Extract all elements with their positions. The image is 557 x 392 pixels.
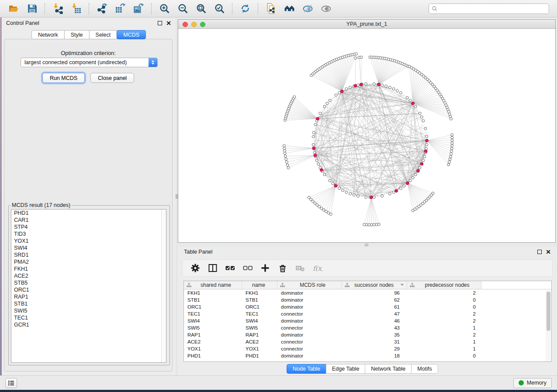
mcds-result-item[interactable]: SRD1 <box>11 251 166 258</box>
show-all-button[interactable] <box>318 2 333 16</box>
export-image-button[interactable] <box>131 2 146 16</box>
network-graph[interactable] <box>178 29 555 242</box>
mcds-result-item[interactable]: CAR1 <box>11 217 166 224</box>
mcds-result-item[interactable]: SWI4 <box>11 244 166 251</box>
column-label: successor nodes <box>350 282 400 288</box>
tab-mcds[interactable]: MCDS <box>117 30 146 39</box>
memory-button[interactable]: Memory <box>513 378 552 388</box>
zoom-selected-region-button[interactable] <box>212 2 227 16</box>
add-column-icon <box>260 263 270 273</box>
tab-node-table[interactable]: Node Table <box>287 364 326 374</box>
mcds-result-item[interactable]: FKH1 <box>11 265 166 272</box>
table-row[interactable]: PHD1PHD1dominator180 <box>184 352 551 359</box>
svg-text:f(x): f(x) <box>313 265 323 272</box>
table-row[interactable]: SWI5SWI5connector431 <box>184 324 551 331</box>
mcds-result-item[interactable]: PHD1 <box>11 210 166 217</box>
table-options-button[interactable] <box>188 261 203 275</box>
cell-predecessor-nodes: 0 <box>407 304 481 309</box>
show-column-panel-button[interactable] <box>205 261 220 275</box>
tab-style[interactable]: Style <box>64 30 90 39</box>
cell-name: RAP1 <box>242 332 277 337</box>
control-panel-header: Control Panel ✕ <box>2 18 176 28</box>
column-header-predecessor-nodes[interactable]: predecessor nodes <box>407 281 481 289</box>
table-scrollbar[interactable] <box>546 290 551 361</box>
close-panel-icon[interactable]: ✕ <box>166 21 171 25</box>
mcds-result-item[interactable]: TEC1 <box>11 314 166 321</box>
table-row[interactable]: ORC1ORC1dominator610 <box>184 303 551 310</box>
cell-mcds-role: dominator <box>277 304 342 309</box>
show-panels-button[interactable] <box>5 378 17 388</box>
mcds-result-item[interactable]: STB5 <box>11 279 166 286</box>
delete-columns-button[interactable] <box>275 261 290 275</box>
export-image-icon <box>133 3 144 14</box>
optimization-criterion-label: Optimization criterion: <box>4 50 172 56</box>
horizontal-splitter[interactable] <box>178 243 557 247</box>
network-window-title: YPA_prune.txt_1 <box>346 21 387 27</box>
tab-motifs[interactable]: Motifs <box>411 364 438 374</box>
column-header-name[interactable]: name <box>242 281 277 289</box>
tab-select[interactable]: Select <box>89 30 118 39</box>
cell-successor-nodes: 18 <box>342 353 407 358</box>
close-window-icon[interactable] <box>183 22 188 27</box>
tab-edge-table[interactable]: Edge Table <box>326 364 365 374</box>
zoom-in-icon <box>159 3 170 14</box>
cell-predecessor-nodes: 1 <box>407 346 481 351</box>
float-panel-icon[interactable] <box>158 21 162 25</box>
column-header-successor-nodes[interactable]: successor nodes <box>342 281 407 289</box>
zoom-out-button[interactable] <box>175 2 190 16</box>
mcds-result-item[interactable]: STB1 <box>11 300 166 307</box>
mcds-result-item[interactable]: GCR1 <box>11 321 166 328</box>
apply-layout-button[interactable] <box>238 2 253 16</box>
run-mcds-button[interactable]: Run MCDS <box>42 73 85 83</box>
save-session-button[interactable] <box>24 2 39 16</box>
tab-network-table[interactable]: Network Table <box>365 364 412 374</box>
zoom-fit-content-button[interactable] <box>194 2 208 16</box>
table-row[interactable]: RAP1RAP1dominator352 <box>184 331 551 338</box>
table-row[interactable]: SWI4SWI4dominator462 <box>184 317 551 324</box>
hide-selected-button[interactable] <box>300 2 315 16</box>
table-row[interactable]: FKH1FKH1dominator962 <box>184 289 551 296</box>
mcds-result-item[interactable]: RAP1 <box>11 293 166 300</box>
table-row[interactable]: ACE2ACE2connector311 <box>184 338 551 345</box>
close-panel-button[interactable]: Close panel <box>90 73 134 83</box>
column-header-shared-name[interactable]: shared name <box>184 281 242 289</box>
create-new-column-button[interactable] <box>258 261 273 275</box>
splitter-grip[interactable] <box>365 244 368 246</box>
export-network-button[interactable] <box>94 2 109 16</box>
criterion-selected-value: largest connected component (undirected) <box>21 59 149 65</box>
zoom-in-button[interactable] <box>157 2 172 16</box>
cell-name: YOX1 <box>242 346 277 351</box>
tab-network[interactable]: Network <box>31 30 65 39</box>
import-table-from-file-button[interactable] <box>69 2 83 16</box>
maximize-window-icon[interactable] <box>200 22 205 27</box>
cell-mcds-role: connector <box>277 339 342 344</box>
import-network-from-file-button[interactable] <box>50 2 65 16</box>
first-neighbors-button[interactable] <box>282 2 297 16</box>
mcds-result-item[interactable]: ACE2 <box>11 272 166 279</box>
mcds-result-item[interactable]: ORC1 <box>11 286 166 293</box>
criterion-select[interactable]: largest connected component (undirected) <box>21 58 158 67</box>
close-panel-icon[interactable]: ✕ <box>546 250 551 254</box>
mcds-result-item[interactable]: PMA2 <box>11 258 166 265</box>
table-row[interactable]: TEC1TEC1connector472 <box>184 310 551 317</box>
column-header-MCDS-role[interactable]: MCDS role <box>277 281 342 289</box>
scrollbar-thumb[interactable] <box>547 292 550 331</box>
select-all-rows-button[interactable] <box>223 261 238 275</box>
cell-mcds-role: dominator <box>277 290 342 296</box>
deselect-all-rows-button[interactable] <box>240 261 255 275</box>
cell-successor-nodes: 96 <box>342 290 407 296</box>
mcds-result-item[interactable]: TID3 <box>11 230 166 237</box>
mcds-result-item[interactable]: SWI5 <box>11 307 166 314</box>
table-row[interactable]: YOX1YOX1connector291 <box>184 345 551 352</box>
float-panel-icon[interactable] <box>537 250 542 254</box>
new-network-from-selection-button[interactable] <box>263 2 278 16</box>
mcds-result-item[interactable]: STP4 <box>11 224 166 230</box>
table-row[interactable]: STB1STB1dominator620 <box>184 296 551 303</box>
minimize-window-icon[interactable] <box>191 22 197 27</box>
mcds-list-scrollbar[interactable] <box>161 210 166 362</box>
export-table-button[interactable] <box>113 2 128 16</box>
mcds-result-item[interactable]: YOX1 <box>11 237 166 244</box>
network-canvas[interactable] <box>178 29 555 242</box>
search-input[interactable] <box>440 4 546 13</box>
open-file-button[interactable] <box>6 2 21 16</box>
